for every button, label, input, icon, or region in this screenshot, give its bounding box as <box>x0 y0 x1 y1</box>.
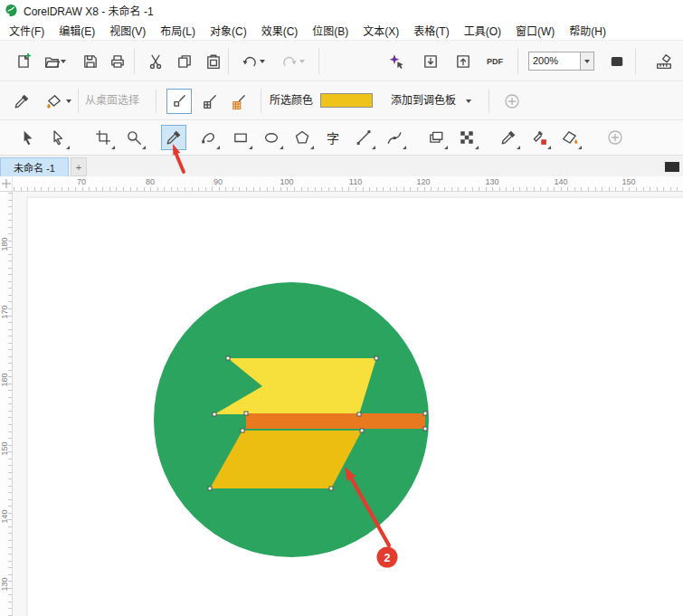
ruler-label: 170 <box>0 305 9 318</box>
paste-button[interactable] <box>201 49 226 74</box>
line-tool[interactable] <box>351 125 376 150</box>
crop-tool[interactable] <box>90 125 116 150</box>
open-dropdown-caret[interactable] <box>58 49 69 74</box>
redo-dropdown-caret[interactable] <box>297 49 308 74</box>
text-tool[interactable]: 字 <box>320 125 346 150</box>
orange-bar-shape[interactable] <box>246 413 425 429</box>
zoom-level-value: 200% <box>533 55 558 66</box>
menu-item-text[interactable]: 文本(X) <box>356 20 406 41</box>
paint-bucket-icon <box>46 93 62 109</box>
fullscreen-preview-button[interactable] <box>604 49 630 74</box>
document-tab-bar: 未命名 -1 + <box>0 156 683 176</box>
polygon-tool[interactable] <box>289 125 315 150</box>
tab-label: 未命名 -1 <box>14 160 55 175</box>
new-document-tab-button[interactable]: + <box>71 157 87 176</box>
pattern-fill-tool[interactable] <box>454 125 479 150</box>
smart-fill-tool[interactable] <box>526 125 552 150</box>
sample-2x2-icon <box>202 93 218 109</box>
menu-item-layout[interactable]: 布局(L) <box>153 20 203 41</box>
sample-size-2x2-button[interactable] <box>197 89 223 114</box>
menu-item-window[interactable]: 窗口(W) <box>508 20 562 41</box>
menu-item-table[interactable]: 表格(T) <box>406 20 456 41</box>
plus-icon: + <box>76 162 81 173</box>
freehand-tool[interactable] <box>195 125 221 150</box>
crop-icon <box>95 129 111 146</box>
menu-item-view[interactable]: 视图(V) <box>102 20 153 41</box>
undo-dropdown-caret[interactable] <box>257 49 268 74</box>
menu-item-effects[interactable]: 效果(C) <box>254 20 306 41</box>
flyout-caret <box>249 146 252 149</box>
copy-button[interactable] <box>172 49 197 74</box>
tab-untitled-1[interactable]: 未命名 -1 <box>0 157 69 176</box>
sample-size-1x1-button[interactable] <box>166 89 192 114</box>
drawing-canvas[interactable]: 2 <box>13 192 683 616</box>
rectangle-tool[interactable] <box>228 125 253 150</box>
vertical-ruler[interactable]: 180 170 160 150 140 130 <box>0 192 13 616</box>
stacked-rectangles-tool[interactable] <box>423 125 449 150</box>
import-button[interactable] <box>418 49 443 74</box>
annotation-badge: 2 <box>377 547 398 568</box>
menu-item-edit[interactable]: 编辑(E) <box>52 20 102 41</box>
attributes-eyedropper-tool[interactable] <box>496 125 521 150</box>
add-to-palette-caret[interactable] <box>463 89 474 114</box>
horizontal-ruler[interactable]: 70 80 90 100 110 120 130 140 150 <box>13 176 683 192</box>
export-button[interactable] <box>451 49 476 74</box>
publish-pdf-button[interactable]: PDF <box>481 49 508 74</box>
ellipse-tool[interactable] <box>259 125 284 150</box>
coreldraw-window: CorelDRAW X8 - 未命名 -1 文件(F) 编辑(E) 视图(V) … <box>0 0 683 616</box>
menu-item-bitmaps[interactable]: 位图(B) <box>305 20 356 41</box>
search-content-button[interactable] <box>384 49 409 74</box>
menu-item-tools[interactable]: 工具(O) <box>457 20 508 41</box>
flyout-caret <box>578 146 582 149</box>
menu-bar: 文件(F) 编辑(E) 视图(V) 布局(L) 对象(C) 效果(C) 位图(B… <box>0 20 683 41</box>
separator <box>78 89 79 113</box>
ruler-options-button[interactable] <box>651 49 677 74</box>
ruler-label: 100 <box>280 177 293 186</box>
zoom-tool[interactable] <box>121 125 147 150</box>
ruler-label: 130 <box>0 577 9 591</box>
ruler-label: 80 <box>146 177 155 186</box>
pdf-icon: PDF <box>487 57 503 66</box>
zoom-level-caret[interactable] <box>581 52 594 71</box>
ruler-label: 110 <box>349 177 362 186</box>
sample-5x5-icon <box>231 93 247 109</box>
separator <box>156 89 157 113</box>
search-content-icon <box>388 53 404 70</box>
print-button[interactable] <box>105 49 130 74</box>
ruler-origin[interactable] <box>0 176 13 192</box>
ruler-label: 120 <box>416 177 430 186</box>
plus-circle-icon <box>504 93 520 109</box>
sample-size-5x5-button[interactable] <box>226 89 251 114</box>
apply-color-caret[interactable] <box>63 89 74 114</box>
select-color-eyedropper-button[interactable] <box>9 89 34 114</box>
menu-item-help[interactable]: 帮助(H) <box>562 20 613 41</box>
add-tools-button[interactable] <box>602 125 628 150</box>
flyout-caret <box>547 146 551 149</box>
menu-item-file[interactable]: 文件(F) <box>2 20 52 41</box>
menu-item-object[interactable]: 对象(C) <box>203 20 254 41</box>
save-button[interactable] <box>78 49 103 74</box>
flyout-caret <box>475 146 479 149</box>
flyout-caret <box>403 146 406 149</box>
new-document-button[interactable] <box>11 49 36 74</box>
app-icon <box>5 4 18 17</box>
panel-toggle-button[interactable] <box>665 162 679 172</box>
checkerboard-icon <box>459 129 475 146</box>
zoom-level-combobox[interactable]: 200% <box>528 52 581 71</box>
flyout-caret <box>280 146 283 149</box>
interactive-fill-tool[interactable] <box>557 125 583 150</box>
pick-tool[interactable] <box>14 125 40 150</box>
bezier-tool[interactable] <box>382 125 407 150</box>
separator <box>228 48 229 74</box>
ruler-label: 70 <box>77 177 86 186</box>
chevron-down-icon <box>61 60 66 63</box>
shape-tool[interactable] <box>45 125 71 150</box>
cut-button[interactable] <box>143 49 168 74</box>
chevron-down-icon <box>299 60 305 63</box>
add-to-palette-button[interactable]: 添加到调色板 <box>391 81 456 120</box>
annotation-arrow-1 <box>159 136 195 175</box>
export-icon <box>455 53 471 70</box>
customize-property-bar-button[interactable] <box>499 89 525 114</box>
chevron-down-icon <box>260 60 265 63</box>
selected-color-label: 所选颜色 <box>270 81 313 120</box>
